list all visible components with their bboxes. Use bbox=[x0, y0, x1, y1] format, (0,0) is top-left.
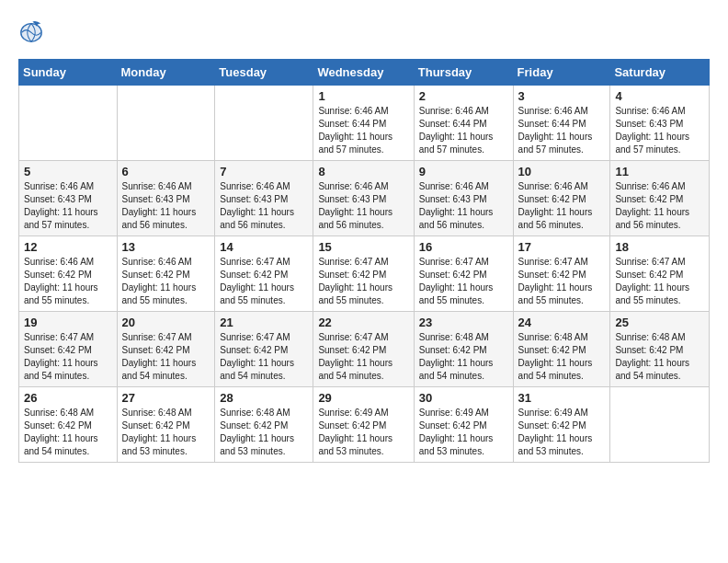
day-info: Sunrise: 6:46 AM Sunset: 6:44 PM Dayligh… bbox=[419, 105, 508, 156]
day-number: 30 bbox=[419, 391, 508, 405]
calendar-cell: 14Sunrise: 6:47 AM Sunset: 6:42 PM Dayli… bbox=[215, 236, 313, 312]
calendar-cell: 1Sunrise: 6:46 AM Sunset: 6:44 PM Daylig… bbox=[313, 86, 414, 161]
calendar-cell: 18Sunrise: 6:47 AM Sunset: 6:42 PM Dayli… bbox=[610, 236, 710, 312]
day-number: 23 bbox=[419, 316, 508, 329]
calendar-table: SundayMondayTuesdayWednesdayThursdayFrid… bbox=[18, 59, 710, 463]
day-info: Sunrise: 6:48 AM Sunset: 6:42 PM Dayligh… bbox=[419, 331, 508, 383]
day-number: 31 bbox=[518, 391, 606, 405]
day-number: 6 bbox=[122, 165, 210, 178]
day-number: 5 bbox=[24, 165, 112, 178]
calendar-cell bbox=[19, 86, 118, 161]
calendar-cell: 3Sunrise: 6:46 AM Sunset: 6:44 PM Daylig… bbox=[513, 86, 610, 161]
calendar-week-row: 12Sunrise: 6:46 AM Sunset: 6:42 PM Dayli… bbox=[19, 236, 710, 312]
day-number: 9 bbox=[419, 165, 508, 178]
calendar-cell: 2Sunrise: 6:46 AM Sunset: 6:44 PM Daylig… bbox=[414, 86, 513, 161]
calendar-cell: 9Sunrise: 6:46 AM Sunset: 6:43 PM Daylig… bbox=[414, 161, 513, 236]
day-info: Sunrise: 6:47 AM Sunset: 6:42 PM Dayligh… bbox=[24, 331, 112, 383]
calendar-cell: 27Sunrise: 6:48 AM Sunset: 6:42 PM Dayli… bbox=[117, 387, 215, 463]
day-number: 14 bbox=[220, 240, 308, 254]
day-info: Sunrise: 6:46 AM Sunset: 6:43 PM Dayligh… bbox=[419, 180, 508, 232]
calendar-cell: 25Sunrise: 6:48 AM Sunset: 6:42 PM Dayli… bbox=[610, 312, 710, 387]
day-info: Sunrise: 6:46 AM Sunset: 6:43 PM Dayligh… bbox=[122, 180, 210, 232]
day-info: Sunrise: 6:46 AM Sunset: 6:42 PM Dayligh… bbox=[518, 180, 606, 232]
day-number: 26 bbox=[24, 391, 112, 405]
day-number: 15 bbox=[318, 240, 408, 254]
day-info: Sunrise: 6:46 AM Sunset: 6:42 PM Dayligh… bbox=[615, 180, 704, 232]
day-number: 24 bbox=[518, 316, 606, 329]
day-info: Sunrise: 6:46 AM Sunset: 6:42 PM Dayligh… bbox=[122, 256, 210, 307]
day-info: Sunrise: 6:46 AM Sunset: 6:44 PM Dayligh… bbox=[518, 105, 606, 156]
day-info: Sunrise: 6:49 AM Sunset: 6:42 PM Dayligh… bbox=[518, 407, 606, 458]
calendar-cell: 15Sunrise: 6:47 AM Sunset: 6:42 PM Dayli… bbox=[313, 236, 414, 312]
day-number: 7 bbox=[220, 165, 308, 178]
weekday-header-wednesday: Wednesday bbox=[313, 60, 414, 86]
calendar-cell: 19Sunrise: 6:47 AM Sunset: 6:42 PM Dayli… bbox=[19, 312, 118, 387]
logo bbox=[18, 18, 48, 44]
calendar-cell: 16Sunrise: 6:47 AM Sunset: 6:42 PM Dayli… bbox=[414, 236, 513, 312]
calendar-cell: 30Sunrise: 6:49 AM Sunset: 6:42 PM Dayli… bbox=[414, 387, 513, 463]
calendar-cell: 24Sunrise: 6:48 AM Sunset: 6:42 PM Dayli… bbox=[513, 312, 610, 387]
calendar-week-row: 26Sunrise: 6:48 AM Sunset: 6:42 PM Dayli… bbox=[19, 387, 710, 463]
calendar-week-row: 19Sunrise: 6:47 AM Sunset: 6:42 PM Dayli… bbox=[19, 312, 710, 387]
calendar-cell: 5Sunrise: 6:46 AM Sunset: 6:43 PM Daylig… bbox=[19, 161, 118, 236]
day-info: Sunrise: 6:47 AM Sunset: 6:42 PM Dayligh… bbox=[615, 256, 704, 307]
day-info: Sunrise: 6:47 AM Sunset: 6:42 PM Dayligh… bbox=[318, 331, 408, 383]
day-info: Sunrise: 6:46 AM Sunset: 6:43 PM Dayligh… bbox=[220, 180, 308, 232]
weekday-header-friday: Friday bbox=[513, 60, 610, 86]
day-number: 1 bbox=[318, 89, 408, 103]
day-number: 17 bbox=[518, 240, 606, 254]
day-number: 2 bbox=[419, 89, 508, 103]
weekday-header-saturday: Saturday bbox=[610, 60, 710, 86]
calendar-cell: 11Sunrise: 6:46 AM Sunset: 6:42 PM Dayli… bbox=[610, 161, 710, 236]
day-info: Sunrise: 6:49 AM Sunset: 6:42 PM Dayligh… bbox=[318, 407, 408, 458]
day-info: Sunrise: 6:48 AM Sunset: 6:42 PM Dayligh… bbox=[122, 407, 210, 458]
logo-icon bbox=[18, 18, 44, 44]
day-number: 4 bbox=[615, 89, 704, 103]
day-number: 20 bbox=[122, 316, 210, 329]
weekday-header-sunday: Sunday bbox=[19, 60, 118, 86]
calendar-cell bbox=[215, 86, 313, 161]
day-number: 18 bbox=[615, 240, 704, 254]
day-info: Sunrise: 6:48 AM Sunset: 6:42 PM Dayligh… bbox=[518, 331, 606, 383]
calendar-cell: 28Sunrise: 6:48 AM Sunset: 6:42 PM Dayli… bbox=[215, 387, 313, 463]
day-info: Sunrise: 6:47 AM Sunset: 6:42 PM Dayligh… bbox=[220, 256, 308, 307]
day-info: Sunrise: 6:46 AM Sunset: 6:43 PM Dayligh… bbox=[318, 180, 408, 232]
day-info: Sunrise: 6:47 AM Sunset: 6:42 PM Dayligh… bbox=[220, 331, 308, 383]
day-info: Sunrise: 6:48 AM Sunset: 6:42 PM Dayligh… bbox=[220, 407, 308, 458]
calendar-cell: 7Sunrise: 6:46 AM Sunset: 6:43 PM Daylig… bbox=[215, 161, 313, 236]
day-number: 8 bbox=[318, 165, 408, 178]
day-info: Sunrise: 6:46 AM Sunset: 6:42 PM Dayligh… bbox=[24, 256, 112, 307]
calendar-cell bbox=[610, 387, 710, 463]
day-info: Sunrise: 6:47 AM Sunset: 6:42 PM Dayligh… bbox=[318, 256, 408, 307]
weekday-header-tuesday: Tuesday bbox=[215, 60, 313, 86]
calendar-week-row: 5Sunrise: 6:46 AM Sunset: 6:43 PM Daylig… bbox=[19, 161, 710, 236]
calendar-cell: 6Sunrise: 6:46 AM Sunset: 6:43 PM Daylig… bbox=[117, 161, 215, 236]
day-info: Sunrise: 6:47 AM Sunset: 6:42 PM Dayligh… bbox=[122, 331, 210, 383]
day-number: 19 bbox=[24, 316, 112, 329]
day-number: 27 bbox=[122, 391, 210, 405]
page-header bbox=[18, 18, 710, 44]
calendar-cell: 12Sunrise: 6:46 AM Sunset: 6:42 PM Dayli… bbox=[19, 236, 118, 312]
day-number: 25 bbox=[615, 316, 704, 329]
calendar-cell: 26Sunrise: 6:48 AM Sunset: 6:42 PM Dayli… bbox=[19, 387, 118, 463]
calendar-cell: 20Sunrise: 6:47 AM Sunset: 6:42 PM Dayli… bbox=[117, 312, 215, 387]
day-info: Sunrise: 6:47 AM Sunset: 6:42 PM Dayligh… bbox=[518, 256, 606, 307]
day-number: 3 bbox=[518, 89, 606, 103]
calendar-cell: 4Sunrise: 6:46 AM Sunset: 6:43 PM Daylig… bbox=[610, 86, 710, 161]
calendar-header-row: SundayMondayTuesdayWednesdayThursdayFrid… bbox=[19, 60, 710, 86]
day-number: 12 bbox=[24, 240, 112, 254]
weekday-header-thursday: Thursday bbox=[414, 60, 513, 86]
calendar-cell: 29Sunrise: 6:49 AM Sunset: 6:42 PM Dayli… bbox=[313, 387, 414, 463]
day-info: Sunrise: 6:47 AM Sunset: 6:42 PM Dayligh… bbox=[419, 256, 508, 307]
calendar-cell: 8Sunrise: 6:46 AM Sunset: 6:43 PM Daylig… bbox=[313, 161, 414, 236]
day-number: 11 bbox=[615, 165, 704, 178]
calendar-cell: 10Sunrise: 6:46 AM Sunset: 6:42 PM Dayli… bbox=[513, 161, 610, 236]
calendar-cell: 22Sunrise: 6:47 AM Sunset: 6:42 PM Dayli… bbox=[313, 312, 414, 387]
calendar-cell: 13Sunrise: 6:46 AM Sunset: 6:42 PM Dayli… bbox=[117, 236, 215, 312]
day-info: Sunrise: 6:46 AM Sunset: 6:43 PM Dayligh… bbox=[615, 105, 704, 156]
day-number: 16 bbox=[419, 240, 508, 254]
day-info: Sunrise: 6:48 AM Sunset: 6:42 PM Dayligh… bbox=[24, 407, 112, 458]
calendar-cell: 17Sunrise: 6:47 AM Sunset: 6:42 PM Dayli… bbox=[513, 236, 610, 312]
day-number: 21 bbox=[220, 316, 308, 329]
calendar-cell: 21Sunrise: 6:47 AM Sunset: 6:42 PM Dayli… bbox=[215, 312, 313, 387]
